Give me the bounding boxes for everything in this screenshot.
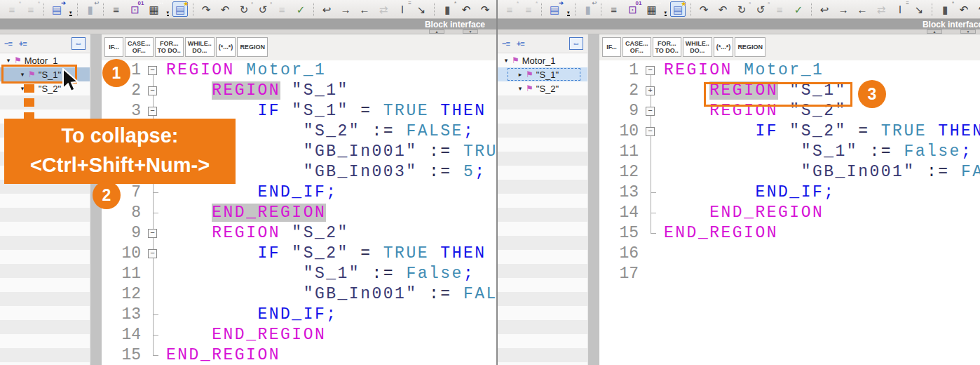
- fold-collapse-icon[interactable]: −: [148, 249, 157, 258]
- code-line[interactable]: 13 END_IF;: [599, 182, 980, 203]
- redo-step-icon[interactable]: ↷: [696, 1, 712, 17]
- undo-step-icon[interactable]: ↶: [217, 1, 233, 17]
- tab-comment[interactable]: (*...*): [714, 37, 734, 57]
- code-line[interactable]: 14 END_REGION: [102, 325, 496, 345]
- split-editor-icon[interactable]: ↘: [911, 1, 927, 17]
- tab-region[interactable]: REGION: [735, 37, 765, 57]
- code-line[interactable]: 11 "S_1" := False;: [102, 264, 496, 284]
- collapsed-arrow-icon[interactable]: ▸: [516, 71, 524, 78]
- split-editor-icon[interactable]: ↘: [414, 1, 429, 17]
- fold-collapse-icon[interactable]: −: [148, 229, 157, 238]
- splitter-expand-button[interactable]: ▲: [927, 29, 942, 34]
- tag-connection-icon[interactable]: ⊡01: [625, 1, 641, 17]
- favorites-toggle-icon[interactable]: ▤★: [670, 1, 686, 17]
- expand-all-icon[interactable]: +≡: [19, 40, 27, 48]
- splitter-collapse-button[interactable]: ▼: [463, 29, 478, 34]
- tree-item-s2[interactable]: ▾⚑"S_2": [498, 81, 587, 95]
- screen-comment-icon-dropdown-icon[interactable]: ▾: [167, 11, 170, 16]
- splitter-collapse-button[interactable]: ▼: [960, 29, 976, 34]
- sync-view-icon[interactable]: ⇔: [569, 37, 583, 50]
- restore-window-icon[interactable]: ↺▫: [255, 1, 271, 17]
- screen-comment-icon[interactable]: ▦⋯: [147, 1, 162, 17]
- fold-collapse-icon[interactable]: −: [646, 107, 655, 116]
- redo-step-icon[interactable]: ↷: [198, 1, 214, 17]
- tree-item-motor1[interactable]: ▾⚑Motor_1: [498, 53, 587, 67]
- go-forward-icon[interactable]: ↷: [477, 1, 493, 17]
- code-line[interactable]: 13 END_IF;: [102, 305, 496, 325]
- collapse-all-icon[interactable]: −≡: [4, 40, 12, 48]
- sync-view-icon[interactable]: ⇔: [72, 37, 86, 50]
- outdent-icon[interactable]: ←: [855, 1, 870, 17]
- open-block-icon[interactable]: ▤➔: [49, 1, 64, 17]
- code-line[interactable]: 16: [599, 244, 980, 264]
- consistency-check-icon[interactable]: ✓: [791, 1, 806, 17]
- screen-comment-icon-dropdown-icon[interactable]: ▾: [665, 11, 667, 16]
- code-line[interactable]: 1−REGION Motor_1: [599, 60, 980, 81]
- code-line[interactable]: 10− IF "S_2" = TRUE THEN: [102, 244, 496, 264]
- expand-all-icon[interactable]: +≡: [517, 40, 524, 48]
- save-window-state-icon[interactable]: ↻▫: [734, 1, 749, 17]
- collapse-all-icon[interactable]: −≡: [502, 40, 510, 48]
- tab-while-do[interactable]: WHILE..DO...: [185, 37, 215, 57]
- open-block-icon[interactable]: ▤➔: [547, 1, 562, 17]
- fold-collapse-icon[interactable]: −: [148, 66, 157, 75]
- code-line[interactable]: 11 "S_1" := False;: [599, 142, 980, 162]
- code-line[interactable]: 7 END_IF;: [102, 182, 496, 203]
- expanded-arrow-icon[interactable]: ▾: [516, 85, 524, 92]
- screen-comment-icon[interactable]: ▦⋯: [644, 1, 660, 17]
- align-lines-icon[interactable]: ≡: [109, 1, 124, 17]
- code-line[interactable]: 15END_REGION: [102, 345, 496, 365]
- tab-case-of[interactable]: CASE...OF...: [125, 37, 154, 57]
- fold-collapse-icon[interactable]: −: [148, 86, 157, 95]
- code-line[interactable]: 8 END_REGION: [102, 203, 496, 223]
- code-line[interactable]: 9− REGION "S_2": [102, 223, 496, 244]
- code-line[interactable]: 10− IF "S_2" = TRUE THEN: [599, 121, 980, 142]
- bookmark-icon[interactable]: ▮*: [440, 1, 455, 17]
- tab-if[interactable]: IF...: [104, 37, 123, 57]
- code-line[interactable]: 12 "GB_In001" := FALSE;: [599, 162, 980, 182]
- code-line[interactable]: 15END_REGION: [599, 223, 980, 244]
- tab-for-do[interactable]: FOR...TO DO..: [653, 37, 681, 57]
- expanded-arrow-icon[interactable]: ▾: [502, 57, 510, 64]
- fold-collapse-icon[interactable]: −: [148, 107, 157, 116]
- save-window-state-icon[interactable]: ↻▫: [236, 1, 252, 17]
- favorites-toggle-icon[interactable]: ▤★: [172, 1, 188, 17]
- sync-scroll-icon[interactable]: ⇄: [376, 1, 391, 17]
- sync-scroll-icon[interactable]: ⇄: [873, 1, 889, 17]
- open-block-icon-dropdown-icon[interactable]: ▾: [567, 11, 570, 16]
- insert-line-2-icon[interactable]: ≡*: [521, 1, 536, 17]
- insert-line-icon[interactable]: ≡*: [4, 1, 20, 17]
- restore-window-icon[interactable]: ↺▫: [753, 1, 768, 17]
- undo-step-icon[interactable]: ↶: [715, 1, 730, 17]
- block-interface-bar[interactable]: Block interface: [0, 19, 496, 29]
- tab-while-do[interactable]: WHILE..DO...: [683, 37, 712, 57]
- database-undo-icon[interactable]: ▮↩: [580, 1, 596, 17]
- code-line[interactable]: 17: [599, 264, 980, 284]
- format-lines-icon[interactable]: ≡: [274, 1, 290, 17]
- database-undo-icon[interactable]: ▮↩: [83, 1, 98, 17]
- bookmark-icon[interactable]: ▮*: [937, 1, 953, 17]
- tab-comment[interactable]: (*...*): [216, 37, 236, 57]
- code-area[interactable]: 1−REGION Motor_12− REGION "S_1"3− IF "S_…: [102, 60, 496, 365]
- cursor-lines-icon[interactable]: ǀ≡: [892, 1, 908, 17]
- expanded-arrow-icon[interactable]: ▾: [4, 57, 13, 64]
- cursor-lines-icon[interactable]: ǀ≡: [395, 1, 410, 17]
- indent-icon[interactable]: →: [836, 1, 851, 17]
- block-interface-bar[interactable]: Block interface: [498, 19, 980, 29]
- wrap-lines-icon[interactable]: ↩: [319, 1, 334, 17]
- insert-line-icon[interactable]: ≡*: [502, 1, 517, 17]
- splitter-expand-button[interactable]: ▲: [429, 29, 444, 34]
- tab-case-of[interactable]: CASE...OF...: [622, 37, 651, 57]
- code-line[interactable]: 1−REGION Motor_1: [102, 60, 496, 81]
- tab-if[interactable]: IF...: [602, 37, 621, 57]
- code-line[interactable]: 12 "GB_In001" := FALSE;: [102, 284, 496, 305]
- go-back-icon[interactable]: ↶: [458, 1, 474, 17]
- insert-line-2-icon[interactable]: ≡*: [23, 1, 39, 17]
- indent-icon[interactable]: →: [338, 1, 353, 17]
- tab-for-do[interactable]: FOR...TO DO..: [155, 37, 184, 57]
- align-lines-icon[interactable]: ≡: [606, 1, 622, 17]
- fold-expand-icon[interactable]: +: [646, 86, 655, 95]
- open-block-icon-dropdown-icon[interactable]: ▾: [69, 11, 72, 16]
- tree-editor-splitter[interactable]: [587, 34, 599, 365]
- go-forward-icon[interactable]: ↷: [975, 1, 980, 17]
